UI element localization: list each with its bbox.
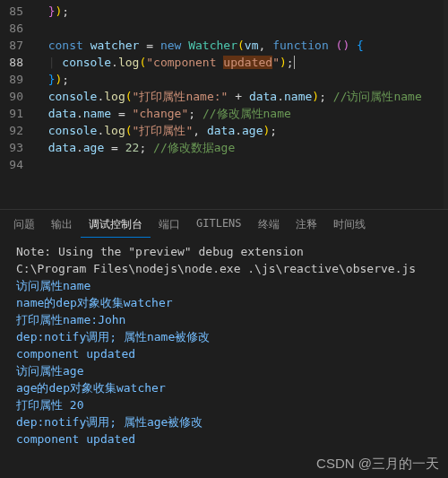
- code-line[interactable]: [34, 156, 448, 173]
- panel-tab[interactable]: GITLENS: [188, 213, 250, 238]
- line-number: 85: [0, 3, 34, 20]
- code-line[interactable]: console.log("打印属性name:" + data.name); //…: [34, 88, 448, 105]
- watermark: CSDN @三月的一天: [316, 456, 439, 473]
- code-line[interactable]: | console.log("component updated");: [34, 54, 448, 71]
- panel-tab[interactable]: 端口: [151, 213, 188, 238]
- code-line[interactable]: data.age = 22; //修改数据age: [34, 139, 448, 156]
- code-line[interactable]: [34, 20, 448, 37]
- code-line[interactable]: const watcher = new Watcher(vm, function…: [34, 37, 448, 54]
- line-number: 86: [0, 20, 34, 37]
- minimap[interactable]: [444, 0, 448, 209]
- console-line: 打印属性 20: [16, 396, 437, 413]
- bottom-panel: 问题输出调试控制台端口GITLENS终端注释时间线 Note: Using th…: [0, 209, 448, 478]
- line-number: 89: [0, 71, 34, 88]
- panel-tabs: 问题输出调试控制台端口GITLENS终端注释时间线: [0, 210, 448, 238]
- line-number: 91: [0, 105, 34, 122]
- code-editor[interactable]: 85868788899091929394 }); const watcher =…: [0, 0, 448, 209]
- line-number-gutter: 85868788899091929394: [0, 0, 34, 209]
- console-line: C:\Program Files\nodejs\node.exe .\js\re…: [16, 260, 437, 277]
- console-line: Note: Using the "preview" debug extensio…: [16, 243, 437, 260]
- code-area[interactable]: }); const watcher = new Watcher(vm, func…: [34, 0, 448, 209]
- debug-console-output[interactable]: Note: Using the "preview" debug extensio…: [0, 238, 448, 448]
- console-line: 访问属性name: [16, 277, 437, 294]
- line-number: 92: [0, 122, 34, 139]
- line-number: 93: [0, 139, 34, 156]
- console-line: dep:notify调用; 属性age被修改: [16, 413, 437, 430]
- console-line: name的dep对象收集watcher: [16, 294, 437, 311]
- line-number: 90: [0, 88, 34, 105]
- line-number: 88: [0, 54, 34, 71]
- line-number: 87: [0, 37, 34, 54]
- panel-tab[interactable]: 调试控制台: [81, 213, 151, 238]
- console-line: component updated: [16, 430, 437, 448]
- code-line[interactable]: data.name = "change"; //修改属性name: [34, 105, 448, 122]
- panel-tab[interactable]: 时间线: [325, 213, 374, 238]
- console-line: 访问属性age: [16, 362, 437, 379]
- code-line[interactable]: });: [34, 3, 448, 20]
- console-line: component updated: [16, 345, 437, 362]
- panel-tab[interactable]: 问题: [5, 213, 43, 238]
- code-line[interactable]: console.log("打印属性", data.age);: [34, 122, 448, 139]
- panel-tab[interactable]: 终端: [250, 213, 288, 238]
- console-line: dep:notify调用; 属性name被修改: [16, 328, 437, 345]
- panel-tab[interactable]: 注释: [288, 213, 325, 238]
- line-number: 94: [0, 156, 34, 173]
- code-line[interactable]: });: [34, 71, 448, 88]
- console-line: age的dep对象收集watcher: [16, 379, 437, 396]
- console-line: 打印属性name:John: [16, 311, 437, 328]
- panel-tab[interactable]: 输出: [43, 213, 81, 238]
